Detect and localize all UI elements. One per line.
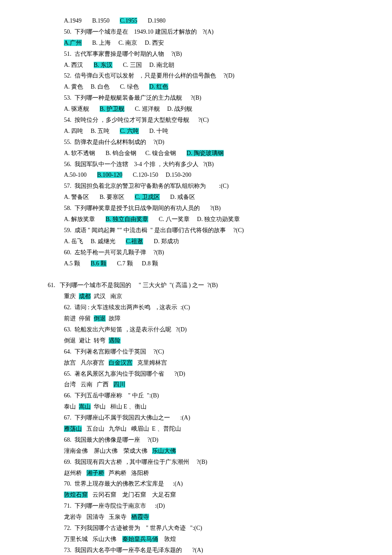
q67-ans: 雁荡山 <box>64 426 82 432</box>
q67-post: 五台山 九华山 峨眉山 E 、普陀山 <box>82 426 181 432</box>
q62-pre: 前进 停留 <box>64 315 94 322</box>
q68-pre: 潼南金佛 屏山大佛 荣成大佛 <box>64 448 152 454</box>
q51-c: C. 三国 <box>123 62 141 68</box>
q49-options: A.1949 B.1950 C.1955 D.1980 <box>64 15 366 26</box>
q57-a: A. 警备区 <box>64 194 89 200</box>
q58-d: D. 独立功勋奖章 <box>197 216 240 222</box>
q57-c: C. 卫戍区 <box>135 194 159 200</box>
q59-a: A. 岳飞 <box>64 238 83 244</box>
q69-stem: 69. 我国现有四大古桥 , 其中哪座位于广东潮州 ?(B) <box>64 457 366 468</box>
q58-stem: 58. 下列哪种奖章是授予抗日战争期间的有功人员的 ?(B) <box>64 203 366 214</box>
q56-a: A.50-100 <box>64 172 86 178</box>
q55-options: A. 软不透钢 B. 钨合金钢 C. 镍合金钢 D. 陶瓷玻璃钢 <box>64 148 366 159</box>
q49-a: A.1949 <box>64 17 82 24</box>
q54-b: B. 五吨 <box>91 128 110 134</box>
q53-stem: 53. 下列哪一种是舰艇装备最广泛的主力战舰 ?(B) <box>64 92 366 104</box>
q54-c: C. 六吨 <box>120 128 138 134</box>
q66-stem: 66. 下列五岳中哪座称 " 中丘 ":(B) <box>64 390 366 401</box>
q52-a: A. 黄色 <box>64 83 83 90</box>
q66-post: 华山 桓山 E 、衡山 <box>91 403 147 410</box>
q61-post: 武汉 南京 <box>91 293 122 299</box>
q49-c: C.1955 <box>120 17 137 24</box>
q50-d: D. 西安 <box>145 40 164 46</box>
q61-ans: 成都 <box>79 293 91 299</box>
q55-b: B. 钨合金钢 <box>106 150 136 156</box>
q64-pre: 故宫 凡尔赛宫 <box>64 359 109 366</box>
q64-stem: 64. 下列著名宫殿哪个位于英国 ?(C) <box>64 346 366 357</box>
q58-b: B. 独立自由奖章 <box>106 216 148 222</box>
q53-options: A. 驱逐舰 B. 护卫舰 C. 巡洋舰 D. 战列舰 <box>64 104 366 115</box>
q64-ans: 白金汉宫 <box>109 359 133 366</box>
q69-pre: 赵州桥 <box>64 470 86 476</box>
q72-ans: 秦始皇兵马俑 <box>122 536 158 542</box>
q54-d: D. 十吨 <box>149 128 168 134</box>
q72-options: 万里长城 乐山大佛 秦始皇兵马俑 敦煌 <box>64 534 366 545</box>
q62-ans: 倒退 <box>94 315 106 322</box>
q50-options: A.广州 B. 上海 C. 南京 D. 西安 <box>64 37 366 49</box>
q56-options: A.50-100 B.100-120 C.120-150 D.150-200 <box>64 170 366 181</box>
q62-post: 故障 <box>106 315 121 322</box>
q61-options: 重庆 成都 武汉 南京 <box>64 291 366 302</box>
q70-stem: 70. 世界上现存最大的佛教艺术宝库是 :(A) <box>64 478 366 489</box>
q53-d: D. 战列舰 <box>167 106 192 112</box>
q71-options: 龙岩寺 国清寺 玉泉寺 栖霞寺 <box>64 512 366 523</box>
q66-pre: 泰山 <box>64 403 79 410</box>
q64-post: 克里姆林宫 <box>133 359 167 366</box>
q53-b: B. 护卫舰 <box>100 106 124 112</box>
q72-post: 敦煌 <box>158 536 176 542</box>
q51-options: A. 西汉 B. 东汉 C. 三国 D. 南北朝 <box>64 60 366 71</box>
q59-d: D. 郑成功 <box>154 238 179 244</box>
q62-stem: 62. 请问 : 火车连续发出两声长鸣 , 这表示 :(C) <box>64 302 366 313</box>
q55-c: C. 镍合金钢 <box>145 150 176 156</box>
q57-d: D. 戒备区 <box>170 194 195 200</box>
q54-a: A. 四吨 <box>64 128 83 134</box>
q56-stem: 56. 我国军队中一个连辖 3-4 个排 ，大约有多少人 ?(B) <box>64 159 366 170</box>
q52-stem: 52. 信号弹白天也可以发射 ，只是要用什么样的信号颜色 ?(D) <box>64 70 366 81</box>
document-page: A.1949 B.1950 C.1955 D.1980 50. 下列哪一个城市是… <box>0 15 392 555</box>
q70-options: 敦煌石窟 云冈石窟 龙门石窟 大足石窟 <box>64 489 366 500</box>
q49-d: D.1980 <box>148 17 166 24</box>
q57-options: A. 警备区 B. 要塞区 C. 卫戍区 D. 戒备区 <box>64 192 366 203</box>
q56-b: B.100-120 <box>97 172 123 178</box>
q60-stem: 60. 左轮手枪一共可装几颗子弹 ?(B) <box>64 247 366 258</box>
q63-stem: 63. 轮船发出六声短笛 , 这是表示什么呢 ?(D) <box>64 324 366 335</box>
q69-post: 芦构桥 洛阳桥 <box>104 470 149 476</box>
q63-pre: 倒退 避让 转弯 <box>64 337 109 344</box>
q60-options: A.5 颗 B.6 颗 C.7 颗 D.8 颗 <box>64 258 366 269</box>
q66-options: 泰山 嵩山 华山 桓山 E 、衡山 <box>64 401 366 412</box>
q63-ans: 遇险 <box>109 337 121 344</box>
q65-stem: 65. 著名风景区九寨沟位于我国哪个省 ?(D) <box>64 368 366 380</box>
q58-a: A. 解放奖章 <box>64 216 95 222</box>
q55-stem: 55. 防弹衣是由什么材料制成的 ?(D) <box>64 137 366 148</box>
q59-stem: 59. 成语 " 闻鸡起舞 "" 中流击楫 " 是出自哪们古代将领的故事 ?(C… <box>64 225 366 236</box>
q59-options: A. 岳飞 B. 戚继光 C.祖逖 D. 郑成功 <box>64 236 366 247</box>
q72-stem: 72. 下列我国哪个古迹被誉为 " 世界八大奇迹 ":(C) <box>64 523 366 534</box>
q52-c: C. 绿色 <box>120 83 138 90</box>
q52-options: A. 黄色 B. 白色 C. 绿色 D. 红色 <box>64 81 366 92</box>
q50-b: B. 上海 <box>92 40 111 46</box>
q60-a: A.5 颗 <box>64 260 80 267</box>
q53-c: C. 巡洋舰 <box>135 106 159 112</box>
q68-stem: 68. 我国最大的佛像是哪一座 ?(D) <box>64 434 366 446</box>
q53-a: A. 驱逐舰 <box>64 106 89 112</box>
q60-b: B.6 颗 <box>91 260 107 267</box>
q51-b: B. 东汉 <box>94 62 112 68</box>
q56-c: C.120-150 <box>133 172 159 178</box>
q69-options: 赵州桥 湘子桥 芦构桥 洛阳桥 <box>64 468 366 479</box>
q67-options: 雁荡山 五台山 九华山 峨眉山 E 、普陀山 <box>64 423 366 434</box>
q54-options: A. 四吨 B. 五吨 C. 六吨 D. 十吨 <box>64 126 366 137</box>
q51-d: D. 南北朝 <box>149 62 174 68</box>
q65-ans: 四川 <box>113 381 125 388</box>
q69-ans: 湘子桥 <box>86 470 104 476</box>
q50-stem: 50. 下列哪一个城市是在 1949.10 建国后才解放的 ?(A) <box>64 26 366 37</box>
q54-stem: 54. 按吨位分 ，多少吨位才可算是大型航空母舰 ?(C) <box>64 115 366 126</box>
q57-b: B. 要塞区 <box>100 194 124 200</box>
q72-pre: 万里长城 乐山大佛 <box>64 536 122 542</box>
blank-line <box>64 269 366 280</box>
q64-options: 故宫 凡尔赛宫 白金汉宫 克里姆林宫 <box>64 357 366 368</box>
q58-options: A. 解放奖章 B. 独立自由奖章 C. 八一奖章 D. 独立功勋奖章 <box>64 214 366 225</box>
q63-options: 倒退 避让 转弯 遇险 <box>64 335 366 346</box>
q66-ans: 嵩山 <box>79 403 91 410</box>
q55-d: D. 陶瓷玻璃钢 <box>187 150 224 156</box>
q50-a: A.广州 <box>64 40 82 46</box>
